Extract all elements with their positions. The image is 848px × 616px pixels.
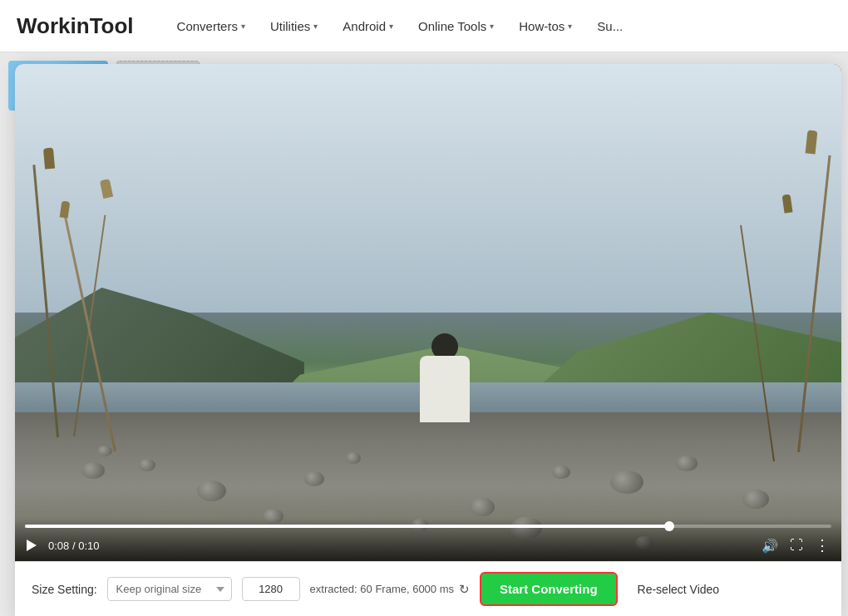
nav-android[interactable]: Android ▾ [333,12,403,40]
nav-online-tools[interactable]: Online Tools ▾ [408,12,504,40]
video-wrapper[interactable]: 0:08 / 0:10 🔊 ⛶ ⋮ [15,64,841,561]
video-card: 0:08 / 0:10 🔊 ⛶ ⋮ Size Setting: Keep ori… [15,64,841,616]
controls-row: 0:08 / 0:10 🔊 ⛶ ⋮ [25,535,831,556]
start-converting-button[interactable]: Start Converting [480,572,618,606]
video-scene [15,64,841,561]
controls-right: 🔊 ⛶ ⋮ [760,535,831,556]
video-controls: 0:08 / 0:10 🔊 ⛶ ⋮ [15,518,841,561]
bottom-toolbar: Size Setting: Keep original size extract… [15,561,841,616]
width-input[interactable] [242,577,300,601]
page-body: 0:08 / 0:10 🔊 ⛶ ⋮ Size Setting: Keep ori… [0,52,848,616]
time-display: 0:08 / 0:10 [48,540,99,552]
logo: WorkinTool [17,13,134,39]
chevron-down-icon: ▾ [313,22,318,31]
nav-su[interactable]: Su... [587,12,633,40]
reselect-video-button[interactable]: Re-select Video [628,576,730,603]
refresh-icon[interactable]: ↻ [459,582,470,597]
nav: Converters ▾ Utilities ▾ Android ▾ Onlin… [167,12,634,40]
header: WorkinTool Converters ▾ Utilities ▾ Andr… [0,0,848,52]
chevron-down-icon: ▾ [389,22,393,31]
play-icon [27,540,37,551]
more-options-button[interactable]: ⋮ [813,535,831,556]
person-figure [412,323,478,422]
fullscreen-button[interactable]: ⛶ [788,536,805,554]
volume-button[interactable]: 🔊 [760,536,780,555]
progress-track[interactable] [25,525,831,528]
chevron-down-icon: ▾ [490,22,494,31]
sky [15,64,841,313]
nav-utilities[interactable]: Utilities ▾ [260,12,328,40]
nav-converters[interactable]: Converters ▾ [167,12,255,40]
extracted-info: extracted: 60 Frame, 6000 ms ↻ [310,582,470,597]
size-setting-label: Size Setting: [32,583,97,596]
progress-fill [25,525,670,528]
nav-howtos[interactable]: How-tos ▾ [509,12,582,40]
play-button[interactable] [25,538,38,553]
progress-dot [664,521,674,531]
person-body [420,356,470,422]
chevron-down-icon: ▾ [241,22,245,31]
chevron-down-icon: ▾ [568,22,572,31]
size-select[interactable]: Keep original size [107,577,232,601]
